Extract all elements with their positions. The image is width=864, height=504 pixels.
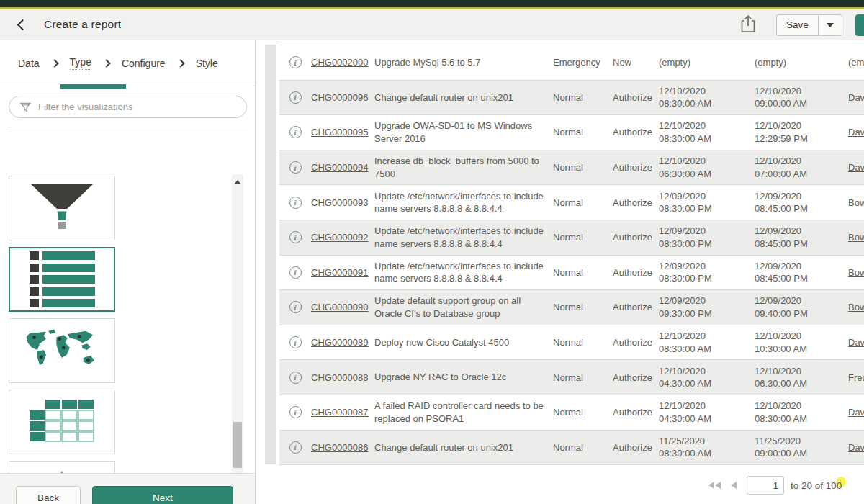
divider <box>7 127 248 127</box>
save-dropdown-button[interactable] <box>818 14 842 36</box>
table-row[interactable]: i CHG0000087 A failed RAID controller ca… <box>279 395 864 431</box>
state-value: New <box>613 57 659 68</box>
table-row[interactable]: i CHG0000091 Update /etc/network/interfa… <box>279 256 864 291</box>
sidebar-scrollbar[interactable] <box>232 174 243 504</box>
browser-chrome-bar <box>0 0 864 7</box>
info-icon[interactable]: i <box>289 372 302 384</box>
share-button[interactable] <box>740 14 756 35</box>
change-number-link[interactable]: CHG0002000 <box>311 57 369 68</box>
table-row[interactable]: i CHG0000092 Update /etc/network/interfa… <box>279 220 864 256</box>
active-step-indicator <box>60 84 126 89</box>
table-row[interactable]: i CHG0000090 Update default support grou… <box>279 290 864 325</box>
planned-end-date: 12/10/2020 07:00:00 AM <box>755 155 848 180</box>
planned-start-date: (empty) <box>659 56 755 69</box>
change-number-link[interactable]: CHG0000087 <box>311 407 369 418</box>
change-number-link[interactable]: CHG0000086 <box>311 442 369 453</box>
step-style[interactable]: Style <box>196 58 218 69</box>
table-row[interactable]: i CHG0000086 Change default router on un… <box>279 431 864 466</box>
info-icon[interactable]: i <box>289 336 302 348</box>
short-description: A failed RAID controller card needs to b… <box>374 400 553 425</box>
assigned-to-link[interactable]: David <box>848 162 864 173</box>
viz-heatmap[interactable] <box>9 390 115 454</box>
change-number-link[interactable]: CHG0000096 <box>311 92 369 103</box>
planned-end-date: 12/10/2020 06:30:00 AM <box>755 365 848 390</box>
planned-start-date: 12/10/2020 06:30:00 AM <box>659 155 755 180</box>
planned-end-date: 12/10/2020 12:29:59 PM <box>755 120 848 145</box>
change-number-link[interactable]: CHG0000089 <box>311 337 369 348</box>
info-icon[interactable]: i <box>289 301 302 313</box>
planned-start-date: 12/09/2020 08:30:00 PM <box>659 260 755 285</box>
short-description: Increase db_block_buffers from 5000 to 7… <box>374 155 553 180</box>
table-row[interactable]: i CHG0000089 Deploy new Cisco Catalyst 4… <box>279 325 864 361</box>
change-number-link[interactable]: CHG0000090 <box>311 302 369 312</box>
priority-value: Emergency <box>553 57 613 68</box>
scroll-up-icon[interactable] <box>234 180 241 184</box>
info-icon[interactable]: i <box>289 161 302 174</box>
visualization-list <box>0 171 256 504</box>
assigned-to-link[interactable]: Bow <box>848 232 864 243</box>
planned-start-date: 12/10/2020 08:30:00 AM <box>659 120 755 145</box>
assigned-to-link[interactable]: David <box>848 442 864 453</box>
page-number-input[interactable] <box>747 476 784 495</box>
info-icon[interactable]: i <box>289 126 302 138</box>
table-row[interactable]: i CHG0000088 Upgrade NY RAC to Oracle 12… <box>279 360 864 395</box>
assigned-to-link[interactable]: Bow <box>848 302 864 312</box>
first-page-icon[interactable] <box>708 482 721 489</box>
assigned-to-link[interactable]: Fred <box>848 372 864 383</box>
scrollbar-thumb[interactable] <box>233 422 242 468</box>
change-number-link[interactable]: CHG0000094 <box>311 162 369 173</box>
viz-map[interactable] <box>9 318 115 383</box>
back-button[interactable]: Back <box>16 486 81 504</box>
info-icon[interactable]: i <box>289 91 302 104</box>
list-chart-icon <box>30 251 95 307</box>
assigned-to-link[interactable]: Bow <box>848 197 864 208</box>
state-value: Authorize <box>613 197 659 208</box>
table-row[interactable]: i CHG0000095 Upgrade OWA-SD-01 to MS Win… <box>279 115 864 150</box>
state-value: Authorize <box>613 442 659 453</box>
info-icon[interactable]: i <box>289 197 302 209</box>
info-icon[interactable]: i <box>289 406 302 418</box>
table-row[interactable]: i CHG0000094 Increase db_block_buffers f… <box>279 150 864 186</box>
back-arrow-icon[interactable] <box>17 19 29 30</box>
change-number-link[interactable]: CHG0000088 <box>311 372 369 383</box>
info-icon[interactable]: i <box>289 231 302 243</box>
partial-insert-button[interactable] <box>855 14 864 36</box>
assigned-to-link[interactable]: David <box>848 92 864 103</box>
table-left-gutter <box>265 45 276 464</box>
priority-value: Normal <box>553 302 613 312</box>
chevron-right-icon <box>102 59 110 67</box>
step-configure[interactable]: Configure <box>122 58 166 69</box>
change-number-link[interactable]: CHG0000092 <box>311 232 369 243</box>
previous-page-icon[interactable] <box>731 482 737 489</box>
step-type[interactable]: Type <box>70 56 91 70</box>
assigned-to-link[interactable]: David <box>848 127 864 138</box>
viz-funnel[interactable] <box>9 176 115 240</box>
priority-value: Normal <box>553 92 613 103</box>
change-number-link[interactable]: CHG0000091 <box>311 267 369 278</box>
short-description: Upgrade NY RAC to Oracle 12c <box>374 371 553 384</box>
change-number-link[interactable]: CHG0000095 <box>311 127 369 138</box>
assigned-to-link[interactable]: David <box>848 407 864 418</box>
viz-list[interactable] <box>9 247 115 312</box>
step-data[interactable]: Data <box>18 58 40 69</box>
info-icon[interactable]: i <box>289 56 302 68</box>
filter-visualizations-input[interactable] <box>9 96 247 118</box>
header-actions: Save <box>740 9 864 40</box>
save-button[interactable]: Save <box>776 14 818 36</box>
priority-value: Normal <box>553 337 613 348</box>
pagination: to 20 of 100 <box>708 474 842 496</box>
chevron-down-icon <box>827 23 834 27</box>
info-icon[interactable]: i <box>289 441 302 454</box>
next-button[interactable]: Next <box>92 486 233 504</box>
funnel-chart-icon <box>27 184 96 233</box>
change-number-link[interactable]: CHG0000093 <box>311 197 369 208</box>
state-value: Authorize <box>613 127 659 138</box>
assigned-to-link[interactable]: David <box>848 337 864 348</box>
assigned-to-link[interactable]: Bow <box>848 267 864 278</box>
table-row[interactable]: i CHG0002000 Upgrade MySql 5.6 to 5.7 Em… <box>279 45 864 81</box>
table-row[interactable]: i CHG0000096 Change default router on un… <box>279 81 864 116</box>
change-requests-table: i CHG0002000 Upgrade MySql 5.6 to 5.7 Em… <box>279 45 864 465</box>
info-icon[interactable]: i <box>289 266 302 279</box>
table-row[interactable]: i CHG0000093 Update /etc/network/interfa… <box>279 185 864 220</box>
short-description: Change default router on unix201 <box>374 91 553 104</box>
